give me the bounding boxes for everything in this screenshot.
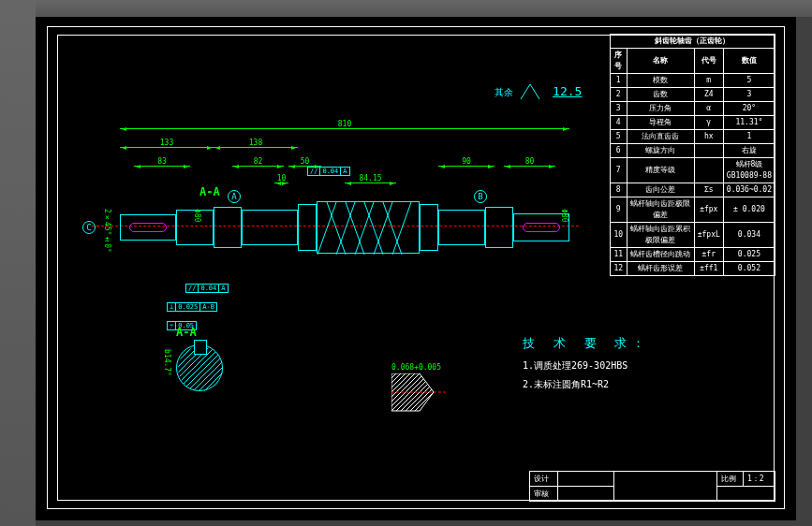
- parameter-table: 斜齿轮轴齿（正齿轮） 序号 名称 代号 数值 1模数m52齿数Z433压力角α2…: [610, 34, 775, 276]
- dim-dia-v2: Φ80: [560, 209, 568, 222]
- worm-thread-icon: [317, 202, 421, 255]
- param-table-row: 8齿向公差Σs0.036~0.02: [610, 183, 775, 197]
- drawing-canvas[interactable]: 其余 12.5 斜齿轮轴齿（正齿轮） 序号 名称 代号 数值 1模数m52齿数Z…: [36, 17, 796, 520]
- scale-label: 比例: [717, 472, 744, 487]
- detail-label-aa: A-A: [176, 326, 197, 339]
- gdtol-3: ⊥ 0.025 A-B: [167, 302, 217, 312]
- dim-d8: 90: [438, 157, 495, 167]
- dim-d2: 83: [134, 157, 190, 167]
- dim-d7: 10: [274, 174, 288, 183]
- param-table-header-row: 序号 名称 代号 数值: [610, 49, 775, 74]
- shaft-body: [120, 204, 569, 251]
- section-circle: [176, 344, 223, 391]
- dim-d9: 80: [504, 157, 555, 167]
- titleblock-row-1: 设计 比例 1：2: [530, 472, 775, 487]
- datum-c: C: [82, 221, 96, 234]
- keyway-left: [129, 223, 167, 232]
- thread-tol: 0.068+0.005: [391, 363, 448, 372]
- dim-dia-left: 2×45°±0°: [103, 209, 111, 253]
- shaft-seg-6: [420, 204, 438, 251]
- shaft-seg-3: [214, 207, 242, 248]
- section-label-aa: A-A: [199, 185, 220, 198]
- surface-finish-mark: 其余 12.5: [495, 82, 582, 103]
- param-table-row: 1模数m5: [610, 74, 775, 88]
- keyway-right: [523, 223, 560, 232]
- datum-a: A: [228, 190, 241, 203]
- shaft-seg-7: [438, 210, 485, 245]
- param-table-row: 7精度等级蜗杆8级GB10089-88: [610, 158, 775, 183]
- thread-detail: 0.068+0.005: [391, 363, 448, 410]
- dim-d1: 133: [120, 139, 214, 148]
- shaft-seg-5: [298, 204, 317, 251]
- worm-section: [317, 201, 420, 254]
- dim-dia-v1: Φ80: [193, 209, 201, 222]
- param-table-title: 斜齿轮轴齿（正齿轮）: [610, 35, 775, 49]
- dim-d10: 84.15: [345, 174, 396, 183]
- param-table-row: 3压力角α20°: [610, 102, 775, 116]
- shaft-seg-4: [242, 210, 298, 245]
- cad-viewport[interactable]: 其余 12.5 斜齿轮轴齿（正齿轮） 序号 名称 代号 数值 1模数m52齿数Z…: [0, 0, 812, 526]
- dim-d5: 50: [288, 157, 321, 167]
- shaft-seg-8: [485, 207, 513, 248]
- tech-req-item-2: 2.未标注圆角R1~R2: [523, 378, 650, 391]
- param-table-row: 4导程角γ11.31°: [610, 116, 775, 130]
- surface-finish-label: 其余: [495, 87, 513, 97]
- param-table-row: 5法向直齿齿hx1: [610, 130, 775, 144]
- keyway-section: [194, 340, 207, 355]
- dim-d3: 138: [214, 139, 298, 148]
- tech-req-header: 技 术 要 求：: [523, 335, 650, 352]
- param-table-row: 9蜗杆轴向齿距极限偏差±fpx± 0.020: [610, 197, 775, 223]
- param-table-row: 6螺旋方向右旋: [610, 144, 775, 158]
- surface-finish-value: 12.5: [553, 84, 582, 98]
- gdtol-1: // 0.04 A: [307, 167, 350, 176]
- tech-req-item-1: 1.调质处理269-302HBS: [523, 359, 650, 373]
- dim-d4: 82: [232, 157, 284, 167]
- param-table-row: 10蜗杆轴向齿距累积极限偏差±fpxL0.034: [610, 223, 775, 248]
- detail-key-dim: b14.7°: [163, 349, 171, 376]
- param-table-row: 2齿数Z43: [610, 88, 775, 102]
- datum-b: B: [474, 190, 487, 203]
- thread-hatch-icon: [391, 373, 448, 416]
- main-shaft-drawing: 810 133 83 138 82 50 10 90: [92, 129, 579, 298]
- scale-value: 1：2: [744, 472, 775, 487]
- gdtol-2: // 0.04 A: [185, 284, 229, 293]
- surface-finish-icon: [519, 82, 547, 103]
- param-table-row: 11蜗杆齿槽径向跳动±fr0.025: [610, 248, 775, 262]
- section-aa-detail: b14.7°: [176, 344, 223, 391]
- param-table-row: 12蜗杆齿形误差±ff10.052: [610, 262, 775, 276]
- technical-requirements: 技 术 要 求： 1.调质处理269-302HBS 2.未标注圆角R1~R2: [523, 335, 650, 397]
- title-block: 设计 比例 1：2 审核: [529, 471, 775, 502]
- ruler-vertical: [0, 0, 36, 526]
- dim-overall: 810: [120, 120, 569, 129]
- ruler-horizontal: [0, 0, 812, 17]
